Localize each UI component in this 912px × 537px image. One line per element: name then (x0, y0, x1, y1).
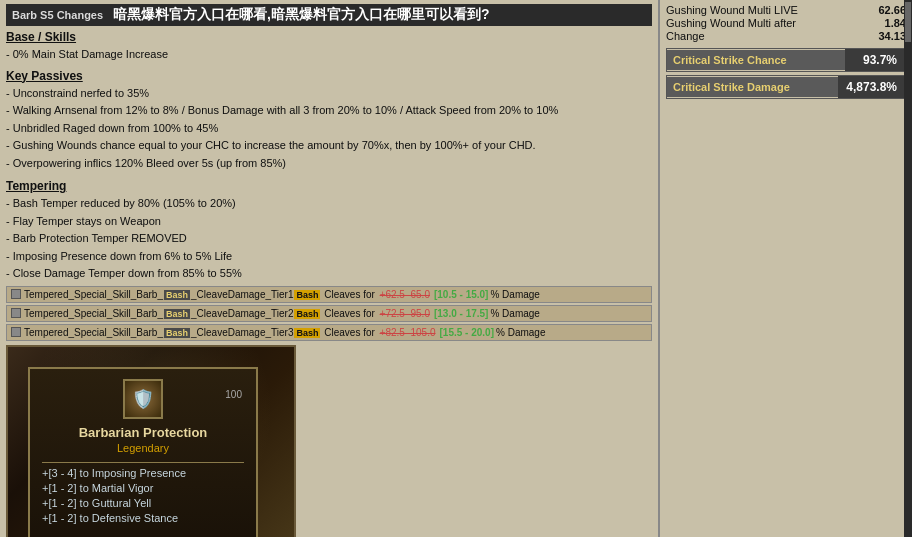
stat-value-2: 34.13 (878, 30, 906, 42)
temper-item-3: - Imposing Presence down from 6% to 5% L… (6, 248, 652, 265)
crit-damage-value: 4,873.8% (838, 76, 905, 98)
kp-item-2: - Unbridled Raged down from 100% to 45% (6, 120, 652, 137)
tooltip-stat-1: +[1 - 2] to Martial Vigor (42, 482, 244, 494)
temper-suffix-0: Cleaves for (321, 289, 377, 300)
kp-item-4: - Overpowering inflics 120% Bleed over 5… (6, 155, 652, 172)
key-passives-section: Key Passives - Unconstraind nerfed to 35… (6, 69, 652, 172)
scroll-thumb (905, 2, 911, 42)
temper-hl-1: Bash (294, 309, 320, 319)
temper-skill-2: Bash (164, 328, 190, 338)
section-tempering: Tempering (6, 179, 652, 193)
temper-new-2: [15.5 - 20.0] (440, 327, 494, 338)
game-screenshot: 100 🛡️ Barbarian Protection Legendary +[… (6, 345, 296, 538)
tempering-section: Tempering - Bash Temper reduced by 80% (… (6, 179, 652, 282)
temper-hl-2: Bash (294, 328, 320, 338)
stat-row-2: Change 34.13 (666, 30, 906, 42)
temper-icon-2 (11, 327, 21, 337)
stat-value-1: 1.84 (885, 17, 906, 29)
kp-item-0: - Unconstraind nerfed to 35% (6, 85, 652, 102)
stat-label-0: Gushing Wound Multi LIVE (666, 4, 798, 16)
temper-old-1: +72.5–95.0 (380, 308, 430, 319)
kp-item-1: - Walking Arnsenal from 12% to 8% / Bonu… (6, 102, 652, 119)
temper-icon-0 (11, 289, 21, 299)
temper-suffix-1: Cleaves for (321, 308, 377, 319)
temper-row-0: Tempered_Special_Skill_Barb_Bash_CleaveD… (6, 286, 652, 303)
tempering-content: - Bash Temper reduced by 80% (105% to 20… (6, 195, 652, 282)
left-panel: Barb S5 Changes 暗黑爆料官方入口在哪看,暗黑爆料官方入口在哪里可… (0, 0, 660, 537)
temper-mid-0: _CleaveDamage_Tier1 (191, 289, 293, 300)
temper-rows-visual: Tempered_Special_Skill_Barb_Bash_CleaveD… (6, 286, 652, 341)
temper-mid-1: _CleaveDamage_Tier2 (191, 308, 293, 319)
temper-item-2: - Barb Protection Temper REMOVED (6, 230, 652, 247)
chinese-title: 暗黑爆料官方入口在哪看,暗黑爆料官方入口在哪里可以看到? (113, 6, 489, 24)
temper-item-4: - Close Damage Temper down from 85% to 5… (6, 265, 652, 282)
critical-boxes: Critical Strike Chance 93.7% Critical St… (666, 48, 906, 99)
scroll-indicator[interactable] (904, 0, 912, 537)
temper-hl-0: Bash (294, 290, 320, 300)
base-item-0: - 0% Main Stat Damage Increase (6, 46, 652, 63)
temper-prefix-2: Tempered_Special_Skill_Barb_ (24, 327, 163, 338)
tooltip-stat-0: +[3 - 4] to Imposing Presence (42, 467, 244, 479)
crit-box-damage: Critical Strike Damage 4,873.8% (666, 75, 906, 99)
section-key-passives: Key Passives (6, 69, 652, 83)
temper-prefix-1: Tempered_Special_Skill_Barb_ (24, 308, 163, 319)
stat-row-1: Gushing Wound Multi after 1.84 (666, 17, 906, 29)
key-passives-content: - Unconstraind nerfed to 35% - Walking A… (6, 85, 652, 172)
temper-item-1: - Flay Temper stays on Weapon (6, 213, 652, 230)
tooltip-rarity: Legendary (42, 442, 244, 454)
stats-area: Gushing Wound Multi LIVE 62.66 Gushing W… (660, 0, 912, 106)
temper-mid-2: _CleaveDamage_Tier3 (191, 327, 293, 338)
temper-row-1: Tempered_Special_Skill_Barb_Bash_CleaveD… (6, 305, 652, 322)
temper-suffix-2: Cleaves for (321, 327, 377, 338)
temper-new-0: [10.5 - 15.0] (434, 289, 488, 300)
tooltip-divider (42, 462, 244, 463)
temper-end-0: % Damage (490, 289, 539, 300)
temper-icon-1 (11, 308, 21, 318)
temper-old-2: +82.5–105.0 (380, 327, 436, 338)
tooltip-stat-3: +[1 - 2] to Defensive Stance (42, 512, 244, 524)
tooltip-stat-2: +[1 - 2] to Guttural Yell (42, 497, 244, 509)
temper-end-1: % Damage (490, 308, 539, 319)
tooltip-icon: 🛡️ (123, 379, 163, 419)
main-container: Barb S5 Changes 暗黑爆料官方入口在哪看,暗黑爆料官方入口在哪里可… (0, 0, 912, 537)
tab-label: Barb S5 Changes (12, 9, 103, 21)
temper-end-2: % Damage (496, 327, 545, 338)
temper-item-0: - Bash Temper reduced by 80% (105% to 20… (6, 195, 652, 212)
temper-old-0: +62.5–65.0 (380, 289, 430, 300)
section-base-skills: Base / Skills (6, 30, 652, 44)
temper-new-1: [13.0 - 17.5] (434, 308, 488, 319)
stat-label-1: Gushing Wound Multi after (666, 17, 796, 29)
right-panel: Gushing Wound Multi LIVE 62.66 Gushing W… (660, 0, 912, 537)
temper-skill-0: Bash (164, 290, 190, 300)
crit-box-chance: Critical Strike Chance 93.7% (666, 48, 906, 72)
crit-damage-label: Critical Strike Damage (667, 77, 838, 97)
stat-value-0: 62.66 (878, 4, 906, 16)
tooltip-name: Barbarian Protection (42, 425, 244, 440)
stat-label-2: Change (666, 30, 705, 42)
temper-row-2: Tempered_Special_Skill_Barb_Bash_CleaveD… (6, 324, 652, 341)
base-skills-content: - 0% Main Stat Damage Increase (6, 46, 652, 63)
tooltip-level: 100 (225, 389, 242, 400)
crit-chance-label: Critical Strike Chance (667, 50, 845, 70)
title-bar: Barb S5 Changes 暗黑爆料官方入口在哪看,暗黑爆料官方入口在哪里可… (6, 4, 652, 26)
stat-row-0: Gushing Wound Multi LIVE 62.66 (666, 4, 906, 16)
temper-prefix-0: Tempered_Special_Skill_Barb_ (24, 289, 163, 300)
crit-chance-value: 93.7% (845, 49, 905, 71)
bottom-image-area: 100 🛡️ Barbarian Protection Legendary +[… (6, 345, 652, 538)
temper-skill-1: Bash (164, 309, 190, 319)
tooltip-card: 100 🛡️ Barbarian Protection Legendary +[… (28, 367, 258, 538)
kp-item-3: - Gushing Wounds chance equal to your CH… (6, 137, 652, 154)
